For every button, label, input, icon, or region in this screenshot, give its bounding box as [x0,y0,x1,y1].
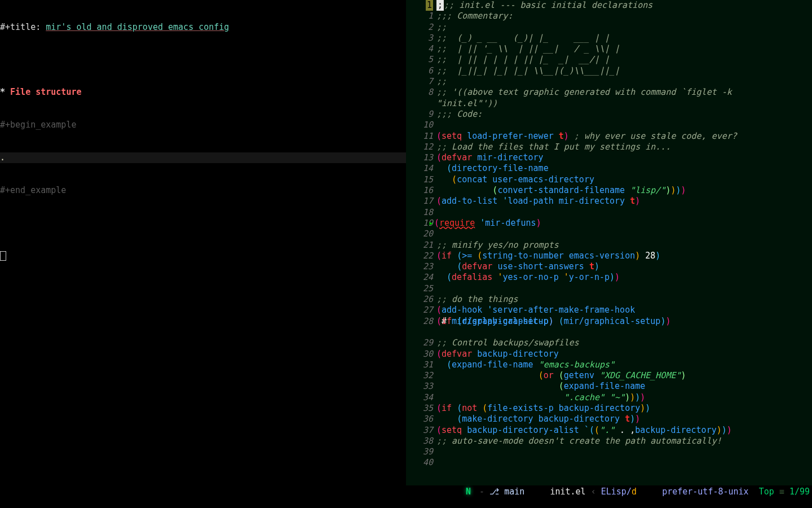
code-line[interactable]: ;;; init.el --- basic initial declaratio… [436,0,812,11]
major-mode[interactable]: ELisp [601,487,626,497]
mode-state: d [632,487,637,497]
code-line[interactable]: (concat user-emacs-directory [436,174,812,185]
gutter-line: 30 [406,349,433,360]
code-line[interactable]: ;;; Code: [436,109,812,120]
code-line[interactable]: ;; Control backups/swapfiles [436,338,812,348]
gutter-line: 38 [406,436,433,446]
gutter-line: 7 [406,76,433,87]
gutter-line: 20 [406,229,433,239]
code-line[interactable]: (setq backup-directory-alist `(("." . ,b… [436,425,812,436]
gutter-line: 26 [406,294,433,305]
gutter-line: 37 [406,425,433,436]
blank-line [0,54,406,65]
code-line[interactable]: (make-directory backup-directory t)) [436,414,812,424]
code-line[interactable]: ;; [436,22,812,33]
gutter-line: 18 [406,207,433,218]
code-line[interactable]: ;; do the things [436,294,812,305]
code-line[interactable]: (if (>= (string-to-number emacs-version)… [436,251,812,261]
gutter-line: 27 [406,305,433,316]
tree-row: . [0,152,406,163]
code-line[interactable]: ;; | || '_ \\ | || __| / _ \\| | [436,43,812,54]
code-line[interactable] [436,229,812,239]
buffer-name[interactable]: init.el [550,487,585,497]
gutter-line: 14 [406,163,433,174]
gutter-line: 9 [406,109,433,120]
begin-example: #+begin_example [0,120,406,130]
gutter-line: 3 [406,33,433,43]
gutter-line: 8 [406,87,433,98]
code-line[interactable]: (add-to-list 'load-path mir-directory t) [436,196,812,207]
gutter-current: 1 [406,0,433,11]
code-line[interactable]: (or (getenv "XDG_CACHE_HOME") [436,370,812,381]
gutter-line: 16 [406,185,433,196]
gutter-line: 29 [406,338,433,348]
code-line[interactable]: (expand-file-name [436,381,812,392]
code-line[interactable] [436,283,812,294]
org-title-line: #+title: mir's old and disproved emacs c… [0,22,406,33]
gutter-line: 4 [406,43,433,54]
gutter-line: 33 [406,381,433,392]
gutter-line: 32 [406,370,433,381]
modeline-right-active: N - ⎇ main init.el ‹ ELisp/d prefer-utf-… [462,486,812,497]
code-line[interactable] [436,207,812,218]
code-line[interactable]: ;; auto-save-mode doesn't create the pat… [436,436,812,446]
code-line[interactable]: ;; '((above text graphic generated with … [436,87,812,98]
vc-branch: main [499,487,524,497]
gutter-line: 17 [406,196,433,207]
code-line[interactable]: (setq load-prefer-newer t) ; why ever us… [436,131,812,142]
angle-sep: ‹ [591,487,601,497]
gutter-line: 12 [406,142,433,152]
code-line[interactable]: (defvar use-short-answers t) [436,261,812,272]
code-line[interactable]: ;; (_) _ __ (_)| |_ ___ | | [436,33,812,43]
code-line[interactable]: ;; [436,76,812,87]
code-area[interactable]: ;;; init.el --- basic initial declaratio… [436,0,812,446]
gutter-line: 6 [406,65,433,76]
modeline-left-inactive [0,486,462,497]
org-title-value: mir's old and disproved emacs config [46,22,229,32]
code-line[interactable]: (if (not (file-exists-p backup-directory… [436,403,812,414]
org-title-key: #+title: [0,22,46,32]
cursor-icon [0,251,6,261]
gutter-line: 25 [406,283,433,294]
left-window-readme[interactable]: #+title: mir's old and disproved emacs c… [0,0,406,485]
echo-area[interactable] [0,497,812,508]
code-line[interactable]: (defvar backup-directory [436,349,812,360]
split-panes: #+title: mir's old and disproved emacs c… [0,0,812,485]
gutter-line: 1 [406,11,433,21]
encoding: prefer-utf-8-unix [662,487,749,497]
code-line[interactable]: (if (display-graphic-p) (mir/graphical-s… [436,316,812,327]
code-line[interactable]: (convert-standard-filename "lisp/")))) [436,185,812,196]
code-line[interactable]: (add-hook 'server-after-make-frame-hook … [436,305,812,316]
code-line[interactable]: ▸(require 'mir-defuns) [436,218,812,229]
gutter-line: 15 [406,174,433,185]
code-line[interactable]: (defalias 'yes-or-no-p 'y-or-n-p)) [436,272,812,283]
gutter-line: 13 [406,152,433,163]
gutter-line: 35 [406,403,433,414]
gutter-line: 34 [406,392,433,403]
vc-branch-icon: ⎇ [489,487,499,497]
end-example: #+end_example [0,185,406,196]
code-line[interactable] [436,327,812,338]
code-line[interactable]: ;;; Commentary: [436,11,812,21]
right-window-init-el[interactable]: 1123456789101112131415161718192021222324… [406,0,812,485]
gutter-line: 22 [406,251,433,261]
code-line[interactable]: ;; Load the files that I put my settings… [436,142,812,152]
gutter-line: 39 [406,446,433,457]
evil-state-indicator: N [462,487,474,497]
code-line[interactable] [436,120,812,130]
gutter-line: 24 [406,272,433,283]
code-line[interactable]: ;; minify yes/no prompts [436,240,812,251]
code-line[interactable]: (directory-file-name [436,163,812,174]
code-line[interactable]: ;; |_||_| |_| |_| \\__|(_)\\___||_| [436,65,812,76]
point-caret [0,251,406,261]
modeline-sep: - [479,487,484,497]
blank-line [0,218,406,229]
emacs-frame: #+title: mir's old and disproved emacs c… [0,0,812,508]
org-heading: * File structure [0,87,406,98]
file-tree-block: .├── early-init.el ;; basic variables fo… [0,152,406,163]
code-line[interactable]: ;; | || | | | | || |_ _| __/| | [436,54,812,65]
code-line[interactable]: (defvar mir-directory [436,152,812,163]
code-line[interactable]: ".cache" "~")))) [436,392,812,403]
code-line[interactable]: (expand-file-name "emacs-backups" [436,360,812,370]
gutter-line: 2 [406,22,433,33]
